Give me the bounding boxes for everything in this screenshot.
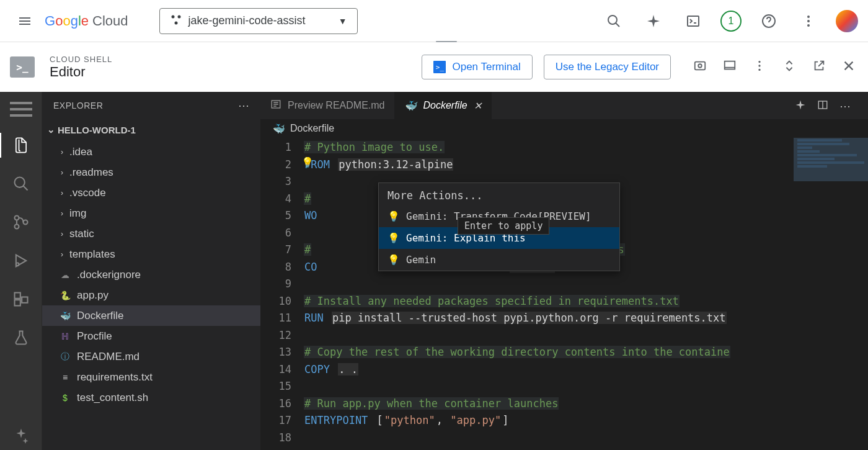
- avatar[interactable]: [836, 10, 858, 32]
- svg-rect-22: [22, 297, 27, 303]
- legacy-editor-button[interactable]: Use the Legacy Editor: [544, 55, 671, 79]
- lightbulb-icon: 💡: [388, 232, 400, 244]
- notification-badge[interactable]: 1: [720, 11, 742, 32]
- chevron-right-icon: ›: [61, 189, 63, 197]
- folder-item[interactable]: ›.readmes: [42, 162, 260, 182]
- code-area[interactable]: 123456789101112131415161718 💡 More Actio…: [260, 138, 868, 450]
- svg-rect-20: [14, 293, 20, 299]
- gemini-icon[interactable]: [641, 9, 666, 34]
- page-title: Editor: [50, 64, 112, 80]
- chevron-right-icon: ›: [61, 230, 63, 238]
- folder-item[interactable]: ›img: [42, 203, 260, 223]
- activity-bar: [0, 92, 42, 450]
- svg-point-13: [758, 65, 760, 66]
- svg-rect-4: [688, 16, 699, 26]
- main-menu-button[interactable]: [10, 6, 40, 36]
- google-cloud-logo[interactable]: Google Cloud: [45, 13, 128, 29]
- file-type-icon: ℍ: [60, 331, 71, 342]
- editor-menu-icon[interactable]: [6, 97, 36, 122]
- layout-icon[interactable]: [723, 59, 737, 75]
- project-root[interactable]: ⌄ HELLO-WORLD-1: [42, 119, 260, 140]
- project-icon: [170, 14, 182, 29]
- search-activity-icon[interactable]: [6, 169, 36, 199]
- editor-area: EXPLORER ⋯ ⌄ HELLO-WORLD-1 ›.idea›.readm…: [0, 92, 868, 450]
- explorer-title: EXPLORER: [53, 101, 103, 110]
- minimap[interactable]: [794, 138, 868, 450]
- svg-point-17: [14, 225, 19, 229]
- chevron-down-icon: ▼: [339, 16, 347, 26]
- cloud-shell-icon[interactable]: [681, 9, 706, 34]
- svg-point-15: [14, 178, 24, 187]
- top-header: Google Cloud jake-gemini-code-assist ▼ 1: [0, 0, 868, 42]
- svg-point-8: [807, 24, 810, 27]
- popup-header: More Actions...: [379, 183, 619, 205]
- source-control-icon[interactable]: [6, 207, 36, 237]
- kebab-icon[interactable]: [753, 59, 766, 75]
- file-item[interactable]: ☁.dockerignore: [42, 264, 260, 285]
- svg-point-14: [758, 69, 760, 71]
- drag-handle[interactable]: [434, 41, 459, 44]
- explorer-icon[interactable]: [6, 130, 36, 160]
- chevron-right-icon: ›: [61, 148, 63, 156]
- split-icon[interactable]: [817, 99, 828, 113]
- svg-point-2: [174, 21, 177, 24]
- chevron-down-icon: ⌄: [47, 124, 55, 135]
- breadcrumb: CLOUD SHELL: [50, 55, 112, 64]
- tab[interactable]: 🐳Dockerfile✕: [394, 92, 491, 119]
- cloud-text: Cloud: [92, 13, 128, 29]
- explorer-more-icon[interactable]: ⋯: [238, 99, 250, 112]
- svg-point-6: [807, 16, 810, 18]
- breadcrumb[interactable]: 🐳 Dockerfile: [260, 119, 868, 138]
- more-icon[interactable]: [796, 9, 821, 34]
- close-icon[interactable]: ✕: [474, 100, 482, 112]
- file-item[interactable]: 🐍app.py: [42, 285, 260, 305]
- file-tree: ›.idea›.readmes›.vscode›img›static›templ…: [42, 140, 260, 450]
- search-icon[interactable]: [601, 9, 626, 34]
- tab[interactable]: Preview README.md: [260, 92, 394, 119]
- chevron-right-icon: ›: [61, 250, 63, 259]
- code-lines[interactable]: 💡 More Actions... 💡Gemini: Transform Cod…: [304, 138, 868, 450]
- cloud-shell-header: CLOUD SHELL Editor Open Terminal Use the…: [0, 42, 868, 92]
- tab-more-icon[interactable]: ⋯: [839, 99, 851, 113]
- lightbulb-icon[interactable]: 💡: [301, 156, 314, 168]
- project-selector[interactable]: jake-gemini-code-assist ▼: [159, 8, 358, 34]
- folder-item[interactable]: ›templates: [42, 244, 260, 264]
- chevron-right-icon: ›: [61, 209, 63, 218]
- open-new-icon[interactable]: [812, 59, 826, 75]
- lightbulb-icon: 💡: [388, 254, 400, 266]
- lightbulb-icon: 💡: [388, 210, 400, 222]
- svg-point-3: [608, 16, 617, 24]
- gemini-tab-icon[interactable]: [795, 99, 806, 113]
- file-item[interactable]: ℍProcfile: [42, 326, 260, 346]
- extensions-icon[interactable]: [6, 284, 36, 314]
- folder-item[interactable]: ›static: [42, 223, 260, 244]
- code-action-item[interactable]: 💡Gemin: [379, 249, 619, 271]
- svg-point-19: [16, 263, 19, 266]
- preview-icon: [270, 99, 281, 112]
- collapse-icon[interactable]: [782, 59, 796, 75]
- svg-point-16: [14, 216, 19, 220]
- gemini-activity-icon[interactable]: [6, 420, 36, 450]
- tooltip: Enter to apply: [458, 217, 549, 235]
- testing-icon[interactable]: [6, 323, 36, 353]
- open-terminal-button[interactable]: Open Terminal: [422, 55, 532, 79]
- file-item[interactable]: $test_content.sh: [42, 387, 260, 408]
- folder-item[interactable]: ›.vscode: [42, 182, 260, 203]
- chevron-right-icon: ›: [61, 168, 63, 177]
- svg-rect-21: [14, 300, 20, 305]
- debug-icon[interactable]: [6, 246, 36, 276]
- help-icon[interactable]: [756, 9, 781, 34]
- preview-icon[interactable]: [693, 59, 707, 75]
- tabs: Preview README.md🐳Dockerfile✕: [260, 92, 868, 119]
- project-name: jake-gemini-code-assist: [188, 14, 306, 27]
- terminal-icon: [433, 61, 446, 73]
- close-icon[interactable]: [842, 59, 856, 75]
- file-type-icon: 🐍: [60, 290, 71, 301]
- file-item[interactable]: 🐳Dockerfile: [42, 305, 260, 326]
- file-item[interactable]: ≡requirements.txt: [42, 367, 260, 387]
- file-item[interactable]: ⓘREADME.md: [42, 346, 260, 367]
- folder-item[interactable]: ›.idea: [42, 142, 260, 162]
- svg-point-10: [698, 64, 702, 68]
- file-type-icon: 🐳: [60, 310, 71, 322]
- svg-point-12: [758, 61, 760, 63]
